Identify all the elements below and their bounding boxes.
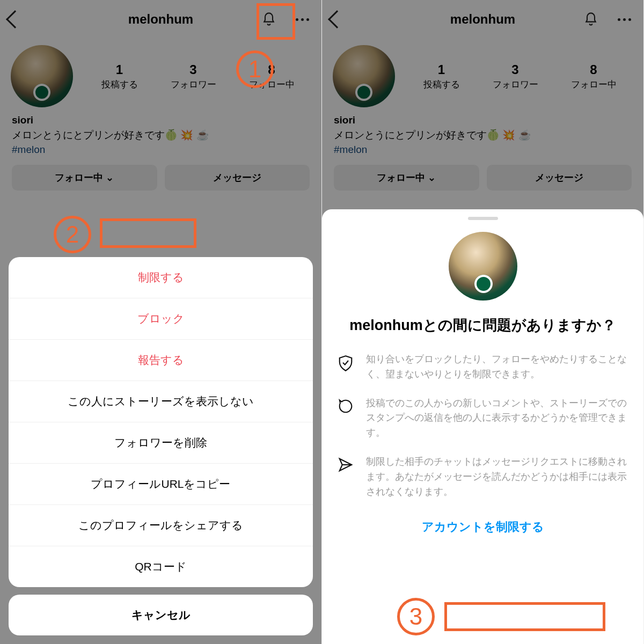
info-text-2: 投稿でのこの人からの新しいコメントや、ストーリーズでのスタンプへの返信を他の人に… — [366, 396, 628, 441]
info-row-1: 知り合いをブロックしたり、フォローをやめたりすることなく、望まないやりとりを制限… — [337, 352, 628, 382]
panel-title: melonhumとの間に問題がありますか？ — [337, 316, 628, 336]
annotation-box-2 — [100, 218, 196, 248]
stat-followers[interactable]: 3フォロワー — [493, 62, 538, 91]
header: melonhum — [322, 0, 643, 39]
stat-posts[interactable]: 1投稿する — [423, 62, 460, 91]
screen-1: melonhum 1投稿する 3フォロワー 8フォロー中 siori メロンとう… — [0, 0, 322, 644]
info-row-3: 制限した相手のチャットはメッセージリクエストに移動されます。あなたがメッセージを… — [337, 455, 628, 500]
info-text-1: 知り合いをブロックしたり、フォローをやめたりすることなく、望まないやりとりを制限… — [366, 352, 628, 382]
annotation-circle-1: 1 — [236, 50, 274, 88]
hashtag-link[interactable]: #melon — [334, 142, 632, 157]
profile-strip: 1投稿する 3フォロワー 8フォロー中 — [322, 39, 643, 109]
sheet-cancel[interactable]: キャンセル — [9, 595, 313, 635]
following-button[interactable]: フォロー中 ⌄ — [334, 165, 479, 191]
stat-following[interactable]: 8フォロー中 — [571, 62, 617, 91]
overlay: 制限する ブロック 報告する この人にストーリーズを表示しない フォロワーを削除… — [0, 0, 321, 644]
screen-2: melonhum 1投稿する 3フォロワー 8フォロー中 siori メロンとう… — [322, 0, 644, 644]
info-text-3: 制限した相手のチャットはメッセージリクエストに移動されます。あなたがメッセージを… — [366, 455, 628, 500]
sheet-restrict[interactable]: 制限する — [9, 257, 313, 298]
annotation-circle-2: 2 — [54, 216, 91, 253]
avatar — [449, 232, 517, 301]
info-row-2: 投稿でのこの人からの新しいコメントや、ストーリーズでのスタンプへの返信を他の人に… — [337, 396, 628, 441]
avatar[interactable] — [333, 45, 395, 107]
shield-icon — [337, 352, 354, 382]
message-button[interactable]: メッセージ — [487, 165, 632, 191]
restrict-panel: melonhumとの間に問題がありますか？ 知り合いをブロックしたり、フォローを… — [322, 209, 643, 644]
annotation-box-3 — [444, 602, 605, 631]
stats-row: 1投稿する 3フォロワー 8フォロー中 — [407, 62, 633, 91]
sheet-report[interactable]: 報告する — [9, 340, 313, 381]
bio: siori メロンとうにとプリンが好きです🍈 💥 ☕️ #melon — [322, 109, 643, 165]
annotation-box-1 — [257, 3, 295, 40]
profile-actions: フォロー中 ⌄ メッセージ — [322, 165, 643, 200]
grabber-handle[interactable] — [468, 217, 498, 220]
display-name: siori — [334, 113, 632, 128]
header-title: melonhum — [322, 12, 643, 27]
restrict-account-button[interactable]: アカウントを制限する — [337, 514, 628, 540]
annotation-circle-3: 3 — [397, 598, 435, 635]
comment-icon — [337, 396, 354, 441]
sheet-copy-url[interactable]: プロフィールURLをコピー — [9, 464, 313, 505]
sheet-block[interactable]: ブロック — [9, 298, 313, 340]
sheet-share-profile[interactable]: このプロフィールをシェアする — [9, 505, 313, 546]
bio-text: メロンとうにとプリンが好きです🍈 💥 ☕️ — [334, 128, 632, 143]
sheet-remove-follower[interactable]: フォロワーを削除 — [9, 422, 313, 464]
sheet-qr-code[interactable]: QRコード — [9, 546, 313, 587]
action-sheet: 制限する ブロック 報告する この人にストーリーズを表示しない フォロワーを削除… — [9, 257, 313, 587]
sheet-hide-story[interactable]: この人にストーリーズを表示しない — [9, 381, 313, 422]
send-icon — [337, 455, 354, 500]
action-sheet-wrap: 制限する ブロック 報告する この人にストーリーズを表示しない フォロワーを削除… — [0, 257, 321, 644]
